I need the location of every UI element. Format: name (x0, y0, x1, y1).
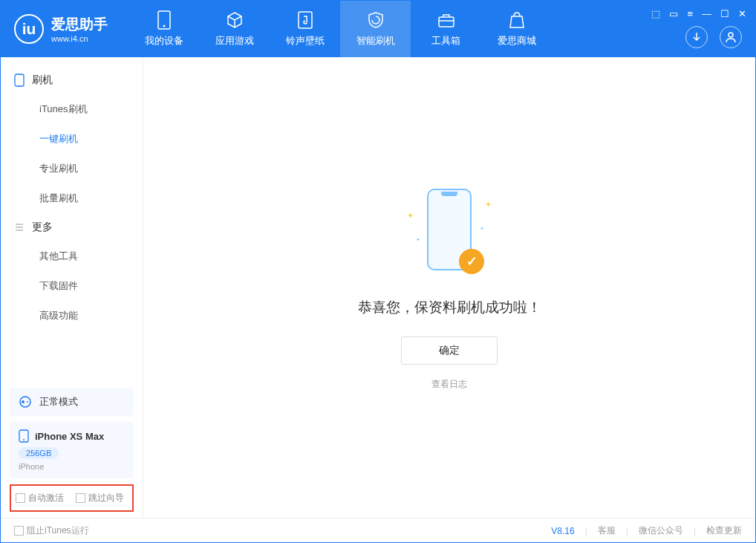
device-box[interactable]: iPhone XS Max 256GB iPhone (10, 422, 134, 478)
device-capacity: 256GB (19, 447, 59, 459)
sidebar-item-other-tools[interactable]: 其他工具 (1, 241, 143, 271)
success-illustration: ✦ ✦ ✦ ✦ ✓ (401, 185, 498, 282)
main-tabs: 我的设备 应用游戏 铃声壁纸 智能刷机 工具箱 爱思商城 (128, 1, 552, 57)
mode-icon (19, 395, 32, 409)
cube-icon (225, 10, 244, 30)
sidebar-item-itunes-flash[interactable]: iTunes刷机 (1, 94, 143, 124)
svg-point-7 (22, 400, 25, 403)
checkbox-skip-wizard[interactable]: 跳过向导 (76, 492, 124, 504)
sidebar-group-flash: 刷机 (1, 66, 143, 94)
wechat-link[interactable]: 微信公众号 (639, 524, 683, 537)
download-button[interactable] (685, 26, 708, 48)
footer: 阻止iTunes运行 V8.16 | 客服 | 微信公众号 | 检查更新 (1, 518, 755, 543)
minimize-icon[interactable]: — (702, 8, 711, 19)
list-icon (14, 222, 25, 233)
device-icon (154, 10, 174, 30)
device-name: iPhone XS Max (35, 431, 104, 442)
check-badge-icon: ✓ (459, 249, 484, 274)
sidebar: 刷机 iTunes刷机 一键刷机 专业刷机 批量刷机 更多 其他工具 下载固件 … (1, 57, 143, 518)
shield-icon (366, 10, 385, 30)
tab-store[interactable]: 爱思商城 (481, 1, 552, 57)
view-log-link[interactable]: 查看日志 (431, 378, 467, 391)
logo-icon: iu (14, 14, 44, 44)
sidebar-item-pro-flash[interactable]: 专业刷机 (1, 154, 143, 183)
app-subtitle: www.i4.cn (51, 34, 108, 43)
tab-my-device[interactable]: 我的设备 (128, 1, 199, 57)
mode-box[interactable]: 正常模式 (10, 388, 134, 416)
menu-icon[interactable]: ≡ (687, 8, 693, 19)
bag-icon (507, 10, 527, 30)
svg-rect-3 (439, 17, 454, 27)
confirm-button[interactable]: 确定 (401, 336, 498, 365)
music-icon (296, 10, 315, 30)
sidebar-item-oneclick-flash[interactable]: 一键刷机 (1, 124, 143, 154)
highlighted-checkbox-row: 自动激活 跳过向导 (10, 484, 134, 512)
sidebar-item-batch-flash[interactable]: 批量刷机 (1, 183, 143, 213)
success-message: 恭喜您，保资料刷机成功啦！ (358, 298, 541, 317)
shirt-icon[interactable]: ⬚ (651, 8, 660, 19)
svg-rect-5 (15, 74, 24, 86)
tab-toolbox[interactable]: 工具箱 (411, 1, 481, 57)
tab-ringtones-wallpapers[interactable]: 铃声壁纸 (270, 1, 340, 57)
list-icon[interactable]: ▭ (669, 8, 678, 19)
phone-icon (14, 74, 25, 87)
toolbox-icon (437, 10, 456, 30)
svg-point-10 (23, 439, 25, 440)
sidebar-group-more: 更多 (1, 213, 143, 241)
header: iu 爱思助手 www.i4.cn 我的设备 应用游戏 铃声壁纸 智能刷机 工具… (1, 1, 755, 57)
maximize-icon[interactable]: ☐ (720, 8, 729, 19)
close-icon[interactable]: ✕ (738, 8, 746, 19)
svg-point-8 (27, 401, 28, 403)
svg-point-1 (163, 25, 165, 27)
sidebar-item-download-firmware[interactable]: 下载固件 (1, 271, 143, 301)
check-update-link[interactable]: 检查更新 (706, 524, 742, 537)
checkbox-block-itunes[interactable]: 阻止iTunes运行 (14, 524, 89, 537)
app-title: 爱思助手 (51, 15, 108, 34)
checkbox-auto-activate[interactable]: 自动激活 (16, 492, 64, 504)
main-content: ✦ ✦ ✦ ✦ ✓ 恭喜您，保资料刷机成功啦！ 确定 查看日志 (143, 57, 755, 518)
user-button[interactable] (720, 26, 742, 48)
tab-apps-games[interactable]: 应用游戏 (199, 1, 270, 57)
logo-area: iu 爱思助手 www.i4.cn (1, 14, 121, 44)
svg-point-4 (729, 33, 733, 37)
version-label: V8.16 (551, 526, 574, 536)
svg-rect-2 (299, 12, 312, 28)
device-type: iPhone (19, 462, 125, 471)
customer-service-link[interactable]: 客服 (598, 524, 616, 537)
device-icon (19, 429, 29, 443)
window-controls: ⬚ ▭ ≡ — ☐ ✕ (651, 8, 746, 19)
tab-smart-flash[interactable]: 智能刷机 (340, 1, 411, 57)
sidebar-item-advanced[interactable]: 高级功能 (1, 301, 143, 331)
